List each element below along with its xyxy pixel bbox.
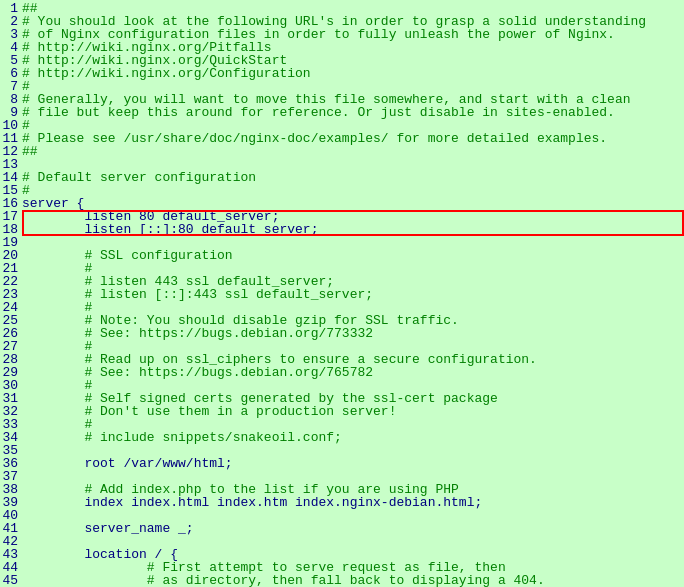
- line-content: # See: https://bugs.debian.org/773332: [22, 327, 684, 340]
- code-line: 34 # include snippets/snakeoil.conf;: [0, 431, 684, 444]
- line-number: 18: [0, 223, 22, 236]
- code-line: 15#: [0, 184, 684, 197]
- code-line: 12##: [0, 145, 684, 158]
- line-content: server_name _;: [22, 522, 684, 535]
- code-line: 14# Default server configuration: [0, 171, 684, 184]
- line-content: index index.html index.htm index.nginx-d…: [22, 496, 684, 509]
- code-line: 41 server_name _;: [0, 522, 684, 535]
- code-line: 11# Please see /usr/share/doc/nginx-doc/…: [0, 132, 684, 145]
- code-line: 9# file but keep this around for referen…: [0, 106, 684, 119]
- line-content: ##: [22, 145, 684, 158]
- code-line: 32 # Don't use them in a production serv…: [0, 405, 684, 418]
- line-content: # as directory, then fall back to displa…: [22, 574, 684, 587]
- code-line: 20 # SSL configuration: [0, 249, 684, 262]
- code-line: 39 index index.html index.htm index.ngin…: [0, 496, 684, 509]
- code-line: 36 root /var/www/html;: [0, 457, 684, 470]
- line-content: # See: https://bugs.debian.org/765782: [22, 366, 684, 379]
- line-content: # Don't use them in a production server!: [22, 405, 684, 418]
- code-line: 18 listen [::]:80 default_server;: [0, 223, 684, 236]
- code-line: 23 # listen [::]:443 ssl default_server;: [0, 288, 684, 301]
- line-content: # Default server configuration: [22, 171, 684, 184]
- code-line: 6# http://wiki.nginx.org/Configuration: [0, 67, 684, 80]
- code-line: 26 # See: https://bugs.debian.org/773332: [0, 327, 684, 340]
- line-content: # include snippets/snakeoil.conf;: [22, 431, 684, 444]
- line-content: # http://wiki.nginx.org/Configuration: [22, 67, 684, 80]
- code-editor: 1##2# You should look at the following U…: [0, 0, 684, 587]
- line-number: 45: [0, 574, 22, 587]
- code-line: 29 # See: https://bugs.debian.org/765782: [0, 366, 684, 379]
- code-line: 45 # as directory, then fall back to dis…: [0, 574, 684, 587]
- line-content: # SSL configuration: [22, 249, 684, 262]
- line-content: root /var/www/html;: [22, 457, 684, 470]
- line-content: # file but keep this around for referenc…: [22, 106, 684, 119]
- line-content: # Please see /usr/share/doc/nginx-doc/ex…: [22, 132, 684, 145]
- line-content: #: [22, 184, 684, 197]
- line-content: # listen [::]:443 ssl default_server;: [22, 288, 684, 301]
- line-content: listen [::]:80 default_server;: [22, 223, 684, 236]
